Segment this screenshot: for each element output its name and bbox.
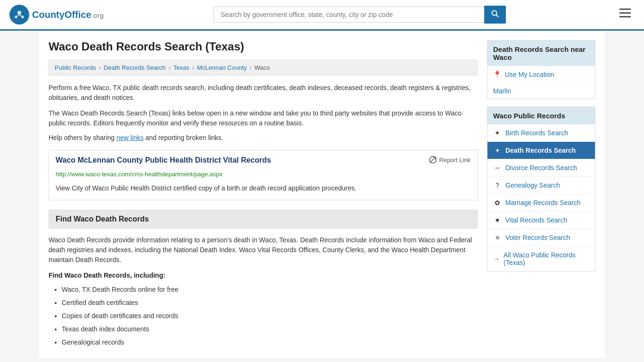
nav-icon: ✦ — [493, 129, 502, 137]
nearby-section-title: Death Records Search near Waco — [487, 41, 595, 66]
record-card: Waco McLennan County Public Health Distr… — [49, 150, 478, 200]
nav-item-link[interactable]: Genealogy Search — [505, 181, 560, 189]
report-link-label: Report Link — [439, 156, 471, 164]
sidebar-nav-item-divorce-records-search[interactable]: ↔Divorce Records Search — [487, 159, 595, 177]
all-records-link[interactable]: All Waco Public Records (Texas) — [504, 251, 589, 266]
find-section-list: Waco, TX Death Records online for freeCe… — [49, 283, 478, 349]
sidebar: Death Records Search near Waco 📍 Use My … — [487, 40, 595, 349]
search-input[interactable] — [214, 7, 484, 23]
breadcrumb-texas[interactable]: Texas — [173, 64, 190, 71]
nav-icon: + — [493, 147, 502, 154]
sidebar-nav-item-marriage-records-search[interactable]: ✿Marriage Records Search — [487, 194, 595, 212]
svg-rect-8 — [619, 8, 631, 10]
nav-icon: ? — [493, 181, 502, 189]
record-url-link[interactable]: http://www.waco-texas.com/cms-healthdepa… — [56, 171, 223, 178]
nav-item-label: Death Records Search — [505, 147, 576, 154]
all-records-item: → All Waco Public Records (Texas) — [487, 247, 595, 271]
svg-rect-9 — [619, 12, 631, 14]
menu-button[interactable] — [616, 7, 635, 23]
breadcrumb-sep: › — [192, 64, 194, 71]
sidebar-nav: ✦Birth Records Search+Death Records Sear… — [487, 124, 595, 247]
logo-icon — [9, 5, 29, 25]
use-location-link[interactable]: Use My Location — [505, 71, 554, 78]
svg-point-1 — [17, 11, 21, 15]
public-records-section: Waco Public Records ✦Birth Records Searc… — [487, 107, 595, 272]
marlin-link[interactable]: Marlin — [493, 87, 511, 95]
intro-text: Perform a free Waco, TX public death rec… — [49, 83, 478, 103]
breadcrumb-public-records[interactable]: Public Records — [55, 64, 96, 71]
logo-area: CountyOffice.org — [9, 5, 104, 25]
nav-icon: ♥ — [493, 216, 502, 224]
sidebar-nav-item-birth-records-search[interactable]: ✦Birth Records Search — [487, 124, 595, 142]
nav-item-link[interactable]: Voter Records Search — [505, 234, 570, 241]
svg-line-12 — [430, 157, 436, 163]
breadcrumb-mclennan[interactable]: McLennan County — [197, 64, 247, 71]
public-records-title: Waco Public Records — [487, 107, 595, 124]
marlin-link-item: Marlin — [487, 83, 595, 99]
breadcrumb-waco: Waco — [255, 64, 270, 71]
arrow-right-icon: → — [493, 255, 500, 263]
secondary-text: The Waco Death Records Search (Texas) li… — [49, 108, 478, 128]
breadcrumb-sep: › — [168, 64, 170, 71]
page-title: Waco Death Records Search (Texas) — [49, 40, 478, 53]
search-button[interactable] — [484, 6, 506, 24]
record-card-url: http://www.waco-texas.com/cms-healthdepa… — [49, 170, 477, 181]
sidebar-nav-item-death-records-search[interactable]: +Death Records Search — [487, 142, 595, 159]
location-pin-icon: 📍 — [493, 71, 501, 78]
nearby-section: Death Records Search near Waco 📍 Use My … — [487, 40, 595, 99]
breadcrumb-sep: › — [249, 64, 251, 71]
sidebar-nav-item-voter-records-search[interactable]: ≡Voter Records Search — [487, 229, 595, 247]
nav-item-link[interactable]: Birth Records Search — [505, 129, 568, 137]
nav-item-link[interactable]: Marriage Records Search — [505, 199, 581, 206]
breadcrumb: Public Records › Death Records Search › … — [49, 60, 478, 75]
svg-line-7 — [496, 15, 499, 17]
nav-icon: ↔ — [493, 164, 502, 172]
find-section-desc: Waco Death Records provide information r… — [49, 235, 478, 265]
find-section-list-title: Find Waco Death Records, including: — [49, 272, 478, 279]
svg-point-6 — [492, 11, 497, 16]
search-bar — [214, 6, 506, 24]
new-links-link[interactable]: new links — [116, 134, 144, 141]
record-card-desc: View City of Waco Public Health District… — [49, 181, 477, 200]
nav-icon: ≡ — [493, 234, 502, 241]
nav-item-link[interactable]: Vital Records Search — [505, 216, 567, 224]
list-item: Genealogical records — [62, 336, 478, 349]
help-text: Help others by sharing new links and rep… — [49, 134, 478, 141]
svg-rect-10 — [619, 16, 631, 17]
list-item: Certified death certificates — [62, 296, 478, 309]
record-title-link[interactable]: Waco McLennan County Public Health Distr… — [56, 156, 271, 164]
record-card-title: Waco McLennan County Public Health Distr… — [56, 156, 271, 165]
logo-text[interactable]: CountyOffice.org — [32, 9, 104, 20]
list-item: Texas death index documents — [62, 322, 478, 336]
list-item: Waco, TX Death Records online for free — [62, 283, 478, 296]
list-item: Copies of death certificates and records — [62, 309, 478, 322]
nav-item-link[interactable]: Divorce Records Search — [505, 164, 577, 172]
breadcrumb-death-records[interactable]: Death Records Search — [104, 64, 166, 71]
use-location-item[interactable]: 📍 Use My Location — [487, 66, 595, 83]
nav-icon: ✿ — [493, 199, 502, 206]
breadcrumb-sep: › — [99, 64, 100, 71]
sidebar-nav-item-genealogy-search[interactable]: ?Genealogy Search — [487, 177, 595, 194]
find-section-header: Find Waco Death Records — [49, 210, 478, 229]
sidebar-nav-item-vital-records-search[interactable]: ♥Vital Records Search — [487, 212, 595, 229]
report-link[interactable]: Report Link — [429, 156, 471, 164]
